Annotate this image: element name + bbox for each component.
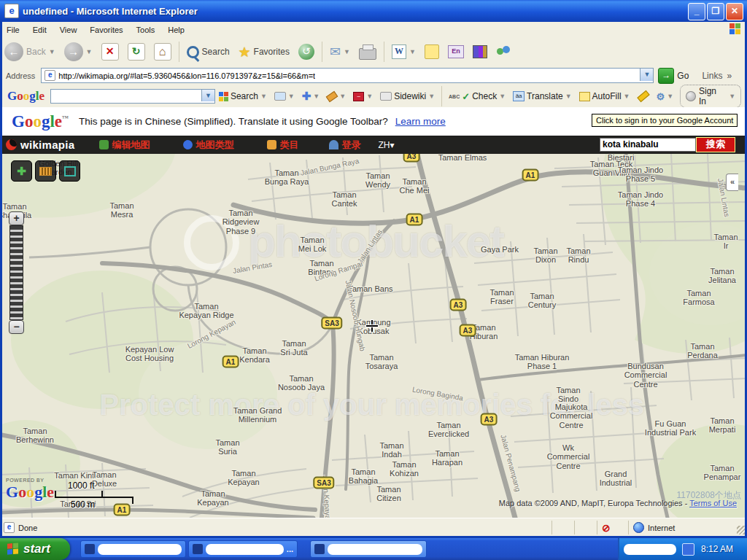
task-icon xyxy=(314,544,325,554)
bookmark-button[interactable]: ▼ xyxy=(271,92,298,101)
place-label: Taman Penampar xyxy=(704,464,741,482)
wikimapia-brand: wikimapia xyxy=(20,139,74,151)
google-search-button[interactable]: Search ▼ xyxy=(215,91,271,101)
wikimapia-edit-map[interactable]: 编辑地图 xyxy=(99,139,150,152)
highlighter-button[interactable] xyxy=(634,93,653,99)
toolbar-settings-button[interactable]: ⚙▼ xyxy=(653,91,678,102)
wikimapia-logo[interactable]: wikimapia xyxy=(6,139,74,151)
forward-dropdown-icon[interactable]: ▼ xyxy=(86,48,93,55)
refresh-button[interactable]: ↻ xyxy=(128,43,145,61)
menu-edit[interactable]: Edit xyxy=(26,26,53,34)
wikimapia-crescent-icon xyxy=(6,139,17,150)
translate-tool-icon[interactable]: En xyxy=(448,45,464,58)
ie-window-icon: e xyxy=(4,4,19,18)
zoom-slider[interactable] xyxy=(9,225,23,320)
categories-icon xyxy=(267,140,276,149)
menu-view[interactable]: View xyxy=(53,26,84,34)
print-button[interactable] xyxy=(359,48,376,60)
wikimapia-login[interactable]: 登录 xyxy=(329,139,360,152)
sidebar-collapse-button[interactable]: « xyxy=(726,174,738,191)
address-dropdown-icon[interactable]: ▼ xyxy=(640,69,653,81)
favorites-button[interactable]: ★ Favorites xyxy=(234,44,294,61)
go-button[interactable]: → Go xyxy=(658,68,689,84)
start-button[interactable]: start xyxy=(0,538,70,560)
ruler-icon xyxy=(39,167,52,176)
place-label: Taman Jindo Phase 4 xyxy=(618,190,663,209)
address-input[interactable]: e http://wikimapia.org/#lat=5.9360456&lo… xyxy=(41,68,654,83)
spellcheck-button[interactable]: ABC ✓ Check▼ xyxy=(445,91,509,102)
close-button[interactable]: ✕ xyxy=(726,3,743,20)
menu-favorites[interactable]: Favorites xyxy=(83,26,129,34)
add-place-button[interactable]: ✚ xyxy=(11,160,32,182)
translate-icon: âa xyxy=(513,91,525,101)
scale-feet: 1000 ft xyxy=(68,481,95,491)
place-label: Taman Kepayan xyxy=(197,489,228,508)
place-label: Kepayan Low Cost Housing xyxy=(125,345,174,363)
map-canvas[interactable]: photobucket Protect more of your memorie… xyxy=(0,154,747,518)
minimize-button[interactable]: _ xyxy=(688,3,705,20)
zoom-out-button[interactable]: − xyxy=(9,320,24,334)
screen: { "window": { "title": "undefined - Micr… xyxy=(0,0,747,560)
menu-tools[interactable]: Tools xyxy=(130,26,162,34)
address-label: Address xyxy=(0,71,41,80)
terms-of-use-link[interactable]: Terms of Use xyxy=(689,499,737,508)
place-label: Taman Kendara xyxy=(239,346,270,365)
search-button[interactable]: Search xyxy=(182,46,234,58)
google-maps-logo[interactable]: Google xyxy=(6,483,54,502)
restore-button[interactable]: ❐ xyxy=(707,3,724,20)
links-label: Links xyxy=(702,71,722,81)
taskbar-task[interactable] xyxy=(80,540,186,558)
links-button[interactable]: Links » xyxy=(702,71,732,81)
google-logo-letter: o xyxy=(26,483,34,501)
google-search-input[interactable]: ▼ xyxy=(50,89,215,104)
taskbar-task[interactable]: ... xyxy=(188,540,298,558)
google-logo-letter: g xyxy=(42,112,50,131)
forward-button[interactable]: → ▼ xyxy=(60,42,97,61)
place-label: Taman Kepayan xyxy=(228,469,259,487)
history-button[interactable]: ↺ xyxy=(298,44,314,60)
tray-network-icon[interactable] xyxy=(682,543,694,556)
word-dropdown-icon[interactable]: ▼ xyxy=(409,48,416,55)
wikimapia-map-type[interactable]: 地图类型 xyxy=(183,139,233,152)
translate-button[interactable]: âa Translate▼ xyxy=(509,91,576,101)
stop-button[interactable]: ✕ xyxy=(101,43,119,61)
eraser-button[interactable]: ▼ xyxy=(323,93,349,100)
taskbar-task[interactable] xyxy=(310,540,427,558)
messenger-icon[interactable] xyxy=(496,45,511,58)
home-button[interactable]: ⌂ xyxy=(154,43,171,61)
sign-in-button[interactable]: Sign In▼ xyxy=(680,85,741,108)
comment-button[interactable] xyxy=(59,160,80,182)
menu-file[interactable]: File xyxy=(0,26,26,34)
measure-button[interactable] xyxy=(35,160,56,182)
sidewiki-button[interactable]: Sidewiki▼ xyxy=(376,91,438,101)
wikimapia-search-button[interactable]: 搜索 xyxy=(696,137,735,152)
google-logo-letter: e xyxy=(39,89,44,103)
place-label: Grand Industrial xyxy=(600,470,632,488)
google-logo-letter: o xyxy=(18,483,26,501)
wikimapia-categories[interactable]: 类目 xyxy=(267,139,298,152)
back-dropdown-icon[interactable]: ▼ xyxy=(49,48,55,55)
google-logo-letter: e xyxy=(55,112,62,131)
translate-label: Translate xyxy=(527,91,563,101)
place-label: Taman Hiburan Phase 1 xyxy=(515,353,570,371)
google-search-dropdown-icon[interactable]: ▼ xyxy=(201,90,214,101)
back-button[interactable]: ← Back ▼ xyxy=(0,42,60,61)
language-selector[interactable]: ZH▾ xyxy=(378,140,394,150)
taskbar: start ... 8:12 AM xyxy=(0,538,747,560)
zoom-in-button[interactable]: + xyxy=(9,211,24,225)
menu-help[interactable]: Help xyxy=(161,26,191,34)
autofill-button[interactable]: AutoFill▼ xyxy=(576,91,634,101)
popup-blocker-button[interactable]: –▼ xyxy=(349,92,376,101)
mail-dropdown-icon[interactable]: ▼ xyxy=(344,48,350,55)
sticky-note-icon[interactable] xyxy=(425,44,439,59)
place-label: Taman Ridgeview Phase 9 xyxy=(222,209,260,236)
wikimapia-search-input[interactable]: kota kinabalu xyxy=(600,138,696,152)
wrench-icon: ⚙ xyxy=(657,91,665,102)
google-search-label: Search xyxy=(231,91,258,101)
edit-with-word-button[interactable]: W ▼ xyxy=(387,44,420,59)
research-books-icon[interactable] xyxy=(473,45,487,58)
learn-more-link[interactable]: Learn more xyxy=(395,116,446,127)
add-button[interactable]: ✚▼ xyxy=(298,90,324,103)
google-logo-letter: G xyxy=(12,112,25,131)
mail-button[interactable]: ✉ ▼ xyxy=(325,44,355,60)
